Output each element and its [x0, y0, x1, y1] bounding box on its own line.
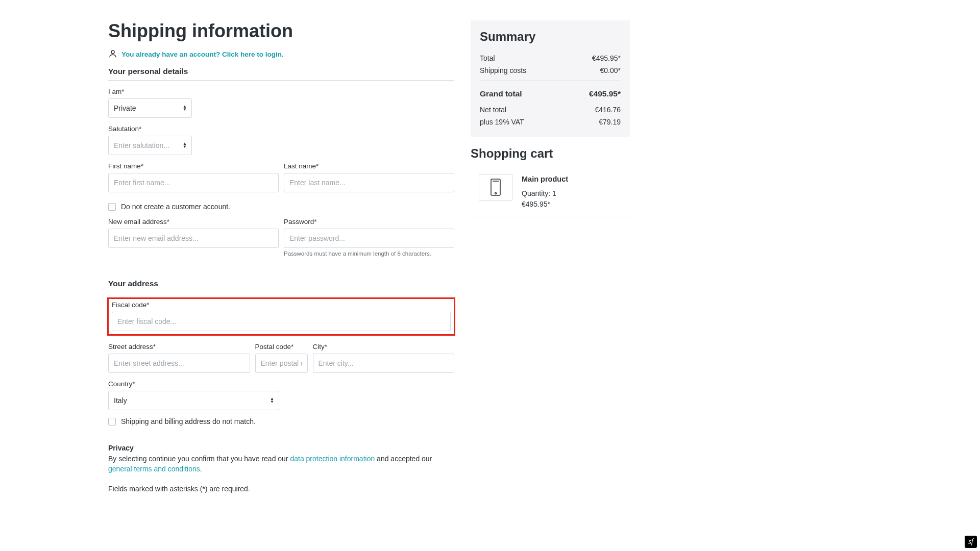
summary-heading: Summary: [480, 30, 621, 44]
street-input[interactable]: [108, 354, 250, 373]
summary-vat-value: €79.19: [599, 118, 621, 126]
firstname-input[interactable]: [108, 173, 279, 192]
cart-item-qty: Quantity: 1: [522, 188, 630, 199]
country-label: Country*: [108, 380, 454, 388]
summary-card: Summary Total €495.95* Shipping costs €0…: [471, 20, 630, 137]
summary-grand-label: Grand total: [480, 89, 522, 98]
required-note: Fields marked with asterisks (*) are req…: [108, 485, 454, 493]
lastname-input[interactable]: [284, 173, 454, 192]
user-icon: [108, 49, 117, 60]
firstname-label: First name*: [108, 162, 279, 170]
summary-grand-value: €495.95*: [589, 89, 621, 98]
privacy-heading: Privacy: [108, 444, 454, 452]
summary-shipping-label: Shipping costs: [480, 66, 526, 74]
login-link[interactable]: You already have an account? Click here …: [121, 51, 284, 58]
terms-link[interactable]: general terms and conditions: [108, 465, 200, 473]
salutation-label: Salutation*: [108, 125, 454, 133]
iam-select[interactable]: Private: [108, 98, 192, 118]
cart-item-name: Main product: [522, 175, 630, 183]
divider: [480, 81, 621, 81]
summary-shipping-value: €0.00*: [600, 66, 621, 74]
fiscal-input[interactable]: [112, 312, 451, 331]
salutation-select[interactable]: Enter salutation...: [108, 136, 192, 155]
billing-mismatch-label: Shipping and billing address do not matc…: [121, 417, 256, 425]
summary-net-value: €416.76: [595, 106, 621, 114]
password-helper: Passwords must have a minimum length of …: [284, 251, 454, 257]
lastname-label: Last name*: [284, 162, 454, 170]
fiscal-code-highlight: Fiscal code*: [107, 297, 455, 336]
privacy-text: By selecting continue you confirm that y…: [108, 454, 454, 474]
summary-vat-label: plus 19% VAT: [480, 118, 524, 126]
email-label: New email address*: [108, 218, 279, 226]
page-title: Shipping information: [108, 20, 454, 42]
street-label: Street address*: [108, 343, 250, 350]
iam-label: I am*: [108, 88, 454, 95]
product-thumb: [479, 174, 512, 201]
svg-point-0: [111, 51, 114, 54]
summary-net-label: Net total: [480, 106, 506, 114]
postal-input[interactable]: [255, 354, 308, 373]
summary-total-value: €495.95*: [592, 54, 621, 62]
cart-heading: Shopping cart: [471, 146, 630, 161]
no-account-checkbox[interactable]: [108, 203, 116, 211]
billing-mismatch-checkbox[interactable]: [108, 418, 116, 425]
password-input[interactable]: [284, 229, 454, 248]
country-select[interactable]: Italy: [108, 391, 279, 410]
email-input[interactable]: [108, 229, 279, 248]
cart-item-price: €495.95*: [522, 199, 630, 210]
city-label: City*: [313, 343, 455, 350]
address-heading: Your address: [108, 279, 454, 292]
postal-label: Postal code*: [255, 343, 308, 350]
no-account-label: Do not create a customer account.: [121, 203, 230, 211]
svg-point-2: [495, 193, 497, 194]
password-label: Password*: [284, 218, 454, 226]
summary-total-label: Total: [480, 54, 495, 62]
personal-details-heading: Your personal details: [108, 67, 454, 81]
fiscal-label: Fiscal code*: [112, 301, 451, 309]
cart-item: Main product Quantity: 1 €495.95*: [471, 169, 630, 217]
city-input[interactable]: [313, 354, 455, 373]
data-protection-link[interactable]: data protection information: [290, 455, 375, 463]
